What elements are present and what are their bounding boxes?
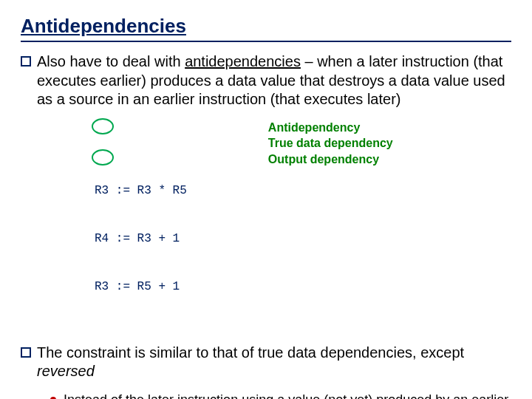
slide-title: Antidependencies [21, 15, 511, 38]
bullet-2-text: The constraint is similar to that of tru… [37, 344, 511, 381]
code-line-3: R3 := R5 + 1 [95, 279, 187, 296]
dep-label-output: Output dependency [268, 151, 393, 168]
bullet-1: Also have to deal with antidependencies … [21, 52, 511, 109]
sub-a: Instead of the later instruction using a… [64, 392, 508, 399]
circle-annotation-1 [92, 118, 114, 134]
keyword-antidependencies: antidependencies [185, 53, 301, 69]
sub-bullet-1: Instead of the later instruction using a… [21, 392, 511, 399]
sub-bullet-1-text: Instead of the later instruction using a… [64, 392, 511, 399]
code-block: R3 := R3 * R5 R4 := R3 + 1 R3 := R5 + 1 [95, 120, 187, 327]
bullet-2: The constraint is similar to that of tru… [21, 344, 511, 381]
square-bullet-icon [21, 56, 31, 66]
code-area: R3 := R3 * R5 R4 := R3 + 1 R3 := R5 + 1 … [21, 120, 511, 327]
keyword-reversed: reversed [37, 363, 95, 379]
code-line-2: R4 := R3 + 1 [95, 231, 187, 248]
dep-label-true: True data dependency [268, 135, 393, 151]
code-line-1: R3 := R3 * R5 [95, 183, 187, 200]
circle-annotation-2 [92, 149, 114, 166]
title-underline [21, 41, 511, 42]
bullet-1-text: Also have to deal with antidependencies … [37, 52, 511, 109]
dep-label-anti: Antidependency [268, 120, 393, 136]
bullet-2-lead: The constraint is similar to that of tru… [37, 344, 464, 361]
bullet-1-lead: Also have to deal with [37, 53, 185, 69]
square-bullet-icon [21, 347, 31, 358]
dependency-labels: Antidependency True data dependency Outp… [268, 120, 393, 327]
